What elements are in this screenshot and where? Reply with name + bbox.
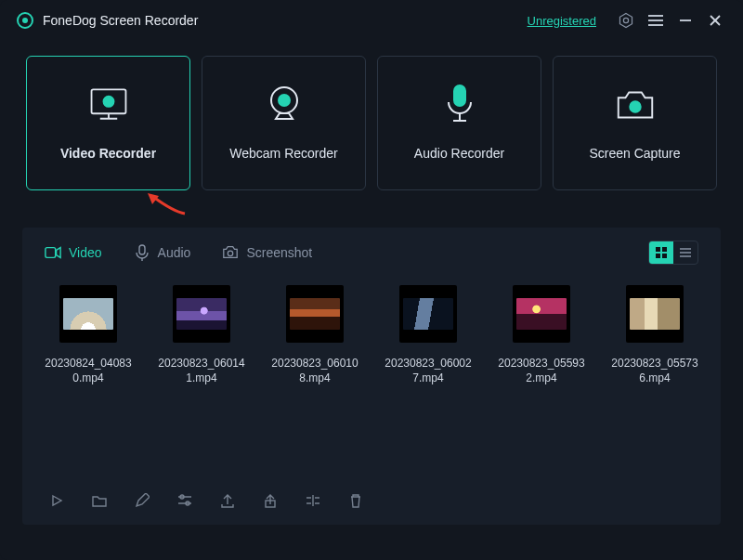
share-button[interactable] bbox=[262, 492, 279, 509]
mode-label: Screen Capture bbox=[589, 146, 680, 161]
thumbnail bbox=[286, 285, 344, 343]
svg-rect-19 bbox=[46, 248, 56, 258]
screenshot-icon bbox=[222, 246, 239, 259]
thumbnail bbox=[399, 285, 457, 343]
svg-point-17 bbox=[630, 101, 641, 112]
library-tab-screenshot[interactable]: Screenshot bbox=[222, 245, 312, 260]
mode-video-recorder[interactable]: Video Recorder bbox=[26, 56, 190, 190]
svg-point-13 bbox=[279, 95, 290, 106]
thumbnail bbox=[626, 285, 684, 343]
svg-point-11 bbox=[103, 96, 113, 106]
file-name: 20230823_060027.mp4 bbox=[383, 356, 474, 385]
thumbnail bbox=[59, 285, 117, 343]
svg-marker-20 bbox=[57, 248, 61, 258]
library-tab-audio[interactable]: Audio bbox=[134, 245, 191, 260]
svg-rect-27 bbox=[662, 254, 667, 258]
svg-rect-24 bbox=[656, 247, 660, 252]
settings-gear-icon[interactable] bbox=[615, 9, 637, 32]
view-list-button[interactable] bbox=[673, 241, 697, 264]
mode-audio-recorder[interactable]: Audio Recorder bbox=[377, 56, 541, 190]
svg-marker-31 bbox=[53, 496, 61, 505]
file-item[interactable]: 20230823_055932.mp4 bbox=[496, 285, 587, 385]
main-menu-icon[interactable] bbox=[645, 9, 667, 32]
svg-rect-14 bbox=[454, 85, 465, 106]
svg-point-23 bbox=[228, 251, 233, 255]
app-title: FoneDog Screen Recorder bbox=[43, 13, 198, 28]
file-item[interactable]: 20230823_060141.mp4 bbox=[156, 285, 247, 385]
file-name: 20230823_055932.mp4 bbox=[496, 356, 587, 385]
file-name: 20230823_060108.mp4 bbox=[269, 356, 360, 385]
svg-rect-21 bbox=[139, 245, 145, 254]
app-logo bbox=[17, 12, 33, 29]
file-name: 20230823_055736.mp4 bbox=[609, 356, 700, 385]
svg-point-1 bbox=[623, 18, 628, 22]
audio-icon bbox=[134, 246, 150, 259]
merge-button[interactable] bbox=[305, 492, 321, 509]
export-button[interactable] bbox=[219, 492, 236, 509]
minimize-icon[interactable] bbox=[674, 9, 697, 32]
file-name: 20230823_060141.mp4 bbox=[156, 356, 247, 385]
svg-marker-0 bbox=[619, 14, 632, 28]
microphone-icon bbox=[437, 86, 482, 124]
mode-label: Webcam Recorder bbox=[229, 146, 337, 161]
view-grid-button[interactable] bbox=[649, 241, 673, 264]
thumbnail bbox=[513, 285, 570, 343]
monitor-icon bbox=[86, 86, 131, 124]
preferences-button[interactable] bbox=[176, 492, 193, 509]
tab-label: Video bbox=[69, 245, 102, 260]
file-item[interactable]: 20230823_055736.mp4 bbox=[609, 285, 700, 385]
camera-icon bbox=[613, 86, 658, 124]
mode-label: Video Recorder bbox=[60, 146, 156, 161]
rename-button[interactable] bbox=[134, 492, 150, 509]
open-folder-button[interactable] bbox=[91, 492, 108, 509]
close-icon[interactable] bbox=[704, 9, 726, 32]
file-item[interactable]: 20230823_060027.mp4 bbox=[383, 285, 474, 385]
delete-button[interactable] bbox=[347, 492, 364, 509]
mode-label: Audio Recorder bbox=[414, 146, 504, 161]
play-button[interactable] bbox=[48, 492, 65, 509]
svg-rect-25 bbox=[662, 247, 667, 252]
file-name: 20230824_040830.mp4 bbox=[43, 356, 134, 385]
thumbnail bbox=[173, 285, 230, 343]
video-icon bbox=[45, 246, 61, 259]
mode-webcam-recorder[interactable]: Webcam Recorder bbox=[202, 56, 366, 190]
file-item[interactable]: 20230823_060108.mp4 bbox=[269, 285, 360, 385]
svg-rect-26 bbox=[656, 254, 660, 258]
register-link[interactable]: Unregistered bbox=[528, 14, 596, 28]
mode-screen-capture[interactable]: Screen Capture bbox=[553, 56, 717, 190]
library-tab-video[interactable]: Video bbox=[45, 245, 102, 260]
tab-label: Screenshot bbox=[246, 245, 312, 260]
webcam-icon bbox=[262, 86, 306, 124]
annotation-arrow-icon bbox=[146, 193, 187, 215]
file-item[interactable]: 20230824_040830.mp4 bbox=[43, 285, 134, 385]
tab-label: Audio bbox=[158, 245, 191, 260]
library-panel: Video Audio Screenshot bbox=[22, 228, 721, 525]
